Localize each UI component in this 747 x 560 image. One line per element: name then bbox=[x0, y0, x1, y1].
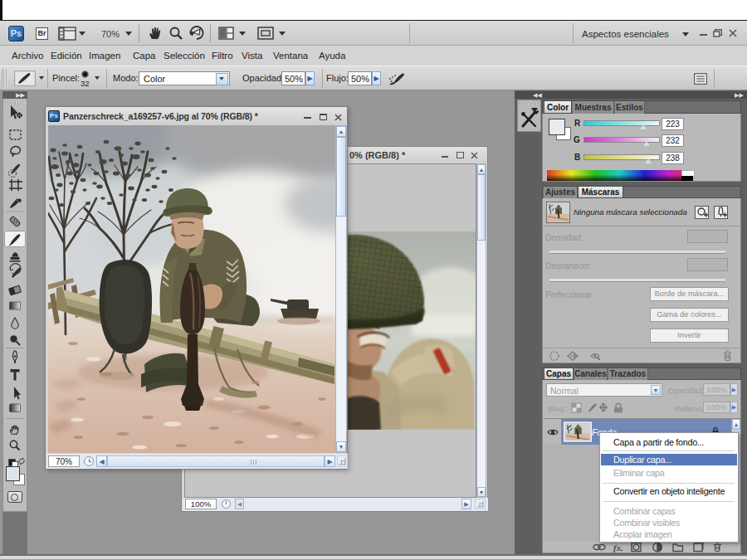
svg-text:fx.: fx. bbox=[613, 543, 623, 553]
